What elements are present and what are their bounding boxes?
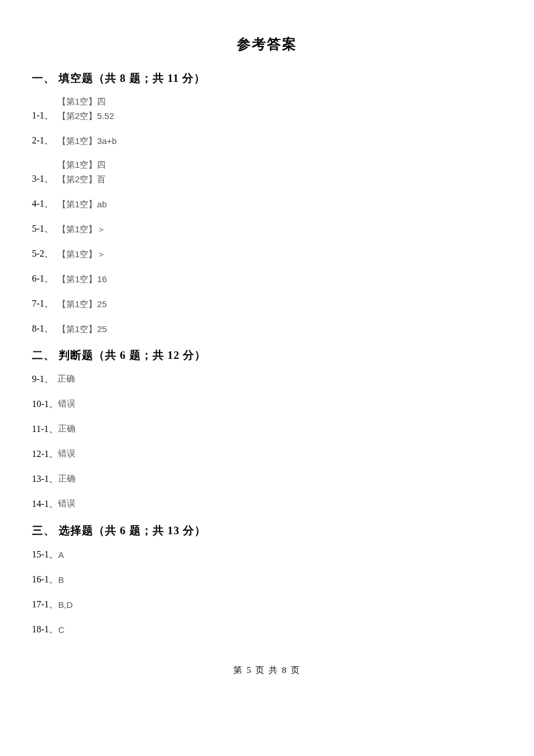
answer-blank: 【第1空】＞ bbox=[57, 249, 106, 260]
answer-item: 6-1、 【第1空】16 bbox=[32, 273, 502, 285]
answer-number: 13-1、 bbox=[32, 473, 58, 485]
answer-number: 5-1、 bbox=[32, 223, 57, 235]
answer-item: 1-1、 【第1空】四 【第2空】5.52 bbox=[32, 96, 502, 122]
answer-blank: 【第1空】3a+b bbox=[57, 136, 117, 147]
answer-number: 15-1、 bbox=[32, 549, 58, 561]
answer-item: 3-1、 【第1空】四 【第2空】百 bbox=[32, 160, 502, 185]
answer-item: 13-1、 正确 bbox=[32, 473, 502, 485]
answer-item: 15-1、 A bbox=[32, 549, 502, 561]
answer-item: 5-1、 【第1空】＞ bbox=[32, 223, 502, 235]
answer-item: 2-1、 【第1空】3a+b bbox=[32, 135, 502, 147]
answer-value: 错误 bbox=[58, 448, 75, 460]
answer-blank: 【第2空】百 bbox=[57, 174, 106, 185]
answer-number: 8-1、 bbox=[32, 323, 57, 335]
answer-number: 4-1、 bbox=[32, 198, 57, 210]
answer-number: 14-1、 bbox=[32, 498, 58, 510]
answer-item: 4-1、 【第1空】ab bbox=[32, 198, 502, 210]
answer-item: 8-1、 【第1空】25 bbox=[32, 323, 502, 335]
answer-value: 正确 bbox=[58, 423, 75, 435]
answer-number: 7-1、 bbox=[32, 298, 57, 310]
answer-blank: 【第1空】25 bbox=[57, 324, 107, 335]
answer-item: 17-1、 B,D bbox=[32, 599, 502, 611]
answer-value: 错误 bbox=[58, 398, 75, 411]
answer-item: 5-2、 【第1空】＞ bbox=[32, 248, 502, 260]
answer-item: 11-1、 正确 bbox=[32, 423, 502, 435]
section-heading-fill: 一、 填空题（共 8 题；共 11 分） bbox=[32, 71, 502, 86]
answer-number: 9-1、 bbox=[32, 373, 57, 386]
answer-value: A bbox=[58, 550, 64, 561]
answer-number: 12-1、 bbox=[32, 448, 58, 460]
answer-item: 7-1、 【第1空】25 bbox=[32, 298, 502, 310]
answer-number: 5-2、 bbox=[32, 248, 57, 260]
answer-number: 16-1、 bbox=[32, 574, 58, 586]
answer-blank: 【第1空】四 bbox=[57, 96, 114, 107]
page-footer: 第 5 页 共 8 页 bbox=[32, 665, 502, 676]
document-page: 参考答案 一、 填空题（共 8 题；共 11 分） 1-1、 【第1空】四 【第… bbox=[0, 0, 534, 693]
section-heading-choice: 三、 选择题（共 6 题；共 13 分） bbox=[32, 523, 502, 538]
answer-number: 11-1、 bbox=[32, 423, 58, 435]
page-title: 参考答案 bbox=[32, 35, 502, 53]
answer-number: 2-1、 bbox=[32, 135, 57, 147]
answer-number: 6-1、 bbox=[32, 273, 57, 285]
answer-value: 正确 bbox=[58, 473, 75, 485]
answer-blank: 【第1空】16 bbox=[57, 274, 107, 285]
answer-blank: 【第1空】＞ bbox=[57, 224, 106, 235]
answer-number: 1-1、 bbox=[32, 110, 57, 122]
answer-item: 9-1、 正确 bbox=[32, 373, 502, 386]
answer-value: B,D bbox=[58, 600, 73, 611]
answer-number: 17-1、 bbox=[32, 599, 58, 611]
section-heading-judge: 二、 判断题（共 6 题；共 12 分） bbox=[32, 348, 502, 363]
answer-item: 12-1、 错误 bbox=[32, 448, 502, 460]
answer-item: 14-1、 错误 bbox=[32, 498, 502, 510]
answer-number: 10-1、 bbox=[32, 398, 58, 411]
answer-number: 18-1、 bbox=[32, 624, 58, 636]
answer-item: 10-1、 错误 bbox=[32, 398, 502, 411]
answer-blank: 【第2空】5.52 bbox=[57, 111, 114, 122]
answer-number: 3-1、 bbox=[32, 173, 57, 185]
answer-item: 18-1、 C bbox=[32, 624, 502, 636]
answer-item: 16-1、 B bbox=[32, 574, 502, 586]
answer-value: 错误 bbox=[58, 498, 75, 510]
answer-value: 正确 bbox=[57, 373, 75, 386]
answer-value: B bbox=[58, 575, 64, 586]
answer-blank: 【第1空】ab bbox=[57, 199, 107, 210]
answer-blank: 【第1空】25 bbox=[57, 299, 107, 310]
answer-blank: 【第1空】四 bbox=[57, 160, 106, 171]
answer-value: C bbox=[58, 625, 64, 636]
